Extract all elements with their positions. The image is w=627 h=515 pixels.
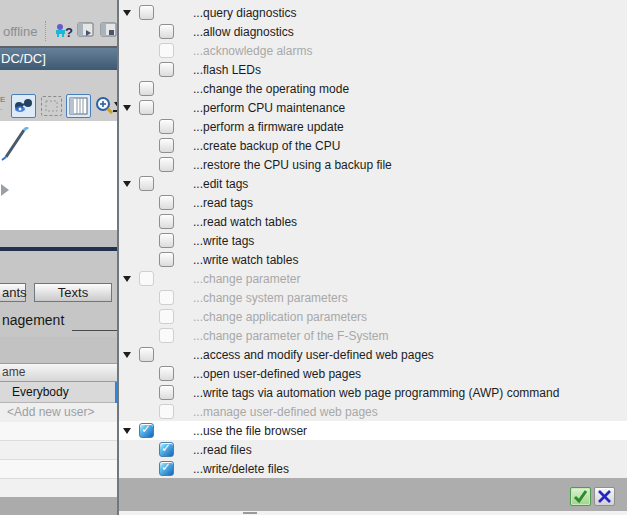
add-new-user-label: <Add new user> (7, 405, 94, 419)
permission-checkbox[interactable] (159, 233, 174, 248)
permission-row[interactable]: ...write tags via automation web page pr… (119, 383, 627, 402)
permission-label: ...change parameter (193, 272, 300, 286)
permission-checkbox[interactable] (159, 385, 174, 400)
permission-checkbox[interactable]: ✓ (139, 423, 154, 438)
expand-arrow-icon[interactable] (123, 105, 131, 111)
permission-label: ...change parameter of the F-System (193, 329, 388, 343)
permission-row[interactable]: ...allow diagnostics (119, 22, 627, 41)
permission-label: ...flash LEDs (193, 63, 261, 77)
window-stop-icon[interactable] (100, 22, 117, 43)
permission-row[interactable]: ...edit tags (119, 174, 627, 193)
ok-button[interactable] (570, 487, 591, 506)
empty-table-row[interactable] (0, 479, 117, 498)
empty-table-row[interactable] (0, 460, 117, 479)
permission-tree: ...query diagnostics...allow diagnostics… (119, 0, 627, 478)
bottom-strip (119, 511, 627, 515)
permission-row[interactable]: ...access and modify user-defined web pa… (119, 345, 627, 364)
permission-row[interactable]: ...create backup of the CPU (119, 136, 627, 155)
permission-row[interactable]: ...read watch tables (119, 212, 627, 231)
permission-row[interactable]: ...write tags (119, 231, 627, 250)
toolbar-fragment: E. (0, 96, 5, 112)
permission-checkbox[interactable] (159, 214, 174, 229)
cancel-button[interactable] (594, 487, 615, 506)
permission-label: ...change the operating mode (193, 82, 349, 96)
permission-label: ...perform a firmware update (193, 120, 344, 134)
permission-checkbox[interactable] (139, 100, 154, 115)
permission-checkbox[interactable] (159, 252, 174, 267)
permission-row[interactable]: ...write watch tables (119, 250, 627, 269)
permission-row[interactable]: ...change application parameters (119, 307, 627, 326)
permission-row[interactable]: ...change parameter of the F-System (119, 326, 627, 345)
user-question-icon[interactable]: ? (53, 21, 73, 46)
permission-checkbox[interactable] (159, 157, 174, 172)
permission-row[interactable]: ✓...use the file browser (119, 421, 627, 440)
permission-row[interactable]: ✓...read files (119, 440, 627, 459)
permission-row[interactable]: ...read tags (119, 193, 627, 212)
window-start-icon[interactable] (77, 22, 96, 43)
divider-band (0, 251, 117, 283)
permission-label: ...perform CPU maintenance (193, 101, 345, 115)
empty-table-row[interactable] (0, 441, 117, 460)
permission-row[interactable]: ✓...write/delete files (119, 459, 627, 478)
device-title-bar: DC/DC] (0, 46, 117, 70)
access-permissions-panel: ...query diagnostics...allow diagnostics… (119, 0, 627, 515)
permission-checkbox[interactable] (139, 5, 154, 20)
permission-label: ...acknowledge alarms (193, 44, 312, 58)
permission-row[interactable]: ...change parameter (119, 269, 627, 288)
permission-row[interactable]: ...restore the CPU using a backup file (119, 155, 627, 174)
permission-row[interactable]: ...acknowledge alarms (119, 41, 627, 60)
user-row-everybody[interactable]: Everybody (0, 382, 117, 403)
permission-row[interactable]: ...change system parameters (119, 288, 627, 307)
permission-label: ...query diagnostics (193, 6, 296, 20)
tab-constants[interactable]: ants (0, 283, 26, 302)
permission-checkbox[interactable] (139, 176, 154, 191)
expand-arrow-icon[interactable] (123, 276, 131, 282)
permission-label: ...edit tags (193, 177, 248, 191)
permission-checkbox (159, 404, 174, 419)
permission-checkbox[interactable] (139, 81, 154, 96)
permission-label: ...manage user-defined web pages (193, 405, 378, 419)
permission-label: ...allow diagnostics (193, 25, 294, 39)
permission-checkbox[interactable] (159, 119, 174, 134)
permission-checkbox[interactable]: ✓ (159, 442, 174, 457)
section-header-band: nagement (0, 303, 117, 337)
glasses-icon[interactable] (11, 94, 36, 118)
toolbar-separator (45, 21, 46, 41)
permission-row[interactable]: ...manage user-defined web pages (119, 402, 627, 421)
permission-row[interactable]: ...change the operating mode (119, 79, 627, 98)
permission-checkbox[interactable]: ✓ (159, 461, 174, 476)
permission-row[interactable]: ...open user-defined web pages (119, 364, 627, 383)
expand-arrow-icon[interactable] (123, 428, 131, 434)
permission-row[interactable]: ...perform a firmware update (119, 117, 627, 136)
permission-label: ...write tags via automation web page pr… (193, 386, 559, 400)
permission-checkbox[interactable] (159, 138, 174, 153)
green-checkmark-icon (571, 488, 590, 505)
expand-arrow-icon[interactable] (123, 352, 131, 358)
permission-label: ...read files (193, 443, 252, 457)
expand-arrow-icon[interactable] (123, 181, 131, 187)
permission-checkbox[interactable] (159, 366, 174, 381)
permission-row[interactable]: ...flash LEDs (119, 60, 627, 79)
column-view-icon[interactable] (66, 94, 91, 118)
dashed-grid-icon[interactable] (41, 96, 62, 116)
collapsed-arrow-icon[interactable] (1, 184, 9, 196)
permission-checkbox[interactable] (159, 195, 174, 210)
splitter-handle[interactable] (243, 512, 257, 514)
permission-checkbox (139, 271, 154, 286)
permission-checkbox[interactable] (139, 347, 154, 362)
permission-label: ...access and modify user-defined web pa… (193, 348, 434, 362)
permission-label: ...write tags (193, 234, 254, 248)
tab-texts[interactable]: Texts (34, 283, 112, 302)
permission-checkbox (159, 328, 174, 343)
empty-table-row[interactable] (0, 422, 117, 441)
go-offline-label[interactable]: offline (3, 24, 37, 39)
permission-row[interactable]: ...query diagnostics (119, 3, 627, 22)
expand-arrow-icon[interactable] (123, 10, 131, 16)
device-title: DC/DC] (1, 51, 46, 66)
permission-label: ...read watch tables (193, 215, 297, 229)
permission-row[interactable]: ...perform CPU maintenance (119, 98, 627, 117)
permission-checkbox[interactable] (159, 24, 174, 39)
checkmark-icon: ✓ (161, 460, 171, 474)
permission-checkbox[interactable] (159, 62, 174, 77)
user-row-add-new[interactable]: <Add new user> (0, 403, 117, 422)
